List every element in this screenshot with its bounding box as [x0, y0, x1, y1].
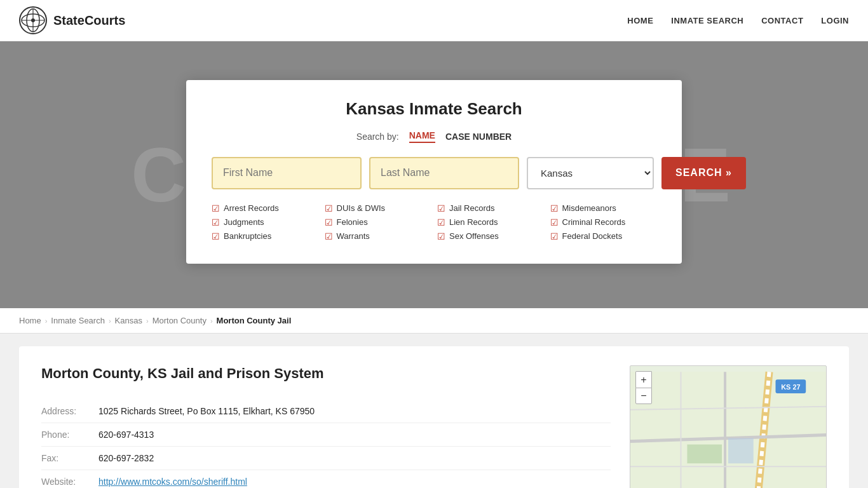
hero-section: COURTHOUSE Kansas Inmate Search Search b…	[0, 41, 868, 308]
breadcrumb-morton-county[interactable]: Morton County	[153, 316, 207, 325]
map-controls: + −	[635, 371, 652, 404]
content-area: Morton County, KS Jail and Prison System…	[0, 334, 868, 488]
check-label: Bankruptcies	[224, 231, 271, 241]
check-item: ☑Arrest Records	[212, 203, 318, 214]
breadcrumb-home[interactable]: Home	[19, 316, 41, 325]
check-label: Federal Dockets	[562, 231, 623, 241]
check-icon: ☑	[325, 203, 333, 214]
info-row-website: Website: http://www.mtcoks.com/so/sherif…	[41, 470, 611, 489]
svg-text:KS 27: KS 27	[781, 383, 800, 391]
check-icon: ☑	[437, 231, 445, 241]
last-name-input[interactable]	[369, 157, 519, 189]
search-inputs-row: Kansas Alabama Alaska Arizona Arkansas C…	[212, 157, 656, 189]
check-icon: ☑	[212, 217, 220, 227]
value-address: 1025 Richards Street, Po Box 1115, Elkha…	[98, 400, 611, 423]
label-address: Address:	[41, 400, 98, 423]
check-item: ☑Lien Records	[437, 217, 544, 227]
svg-rect-15	[728, 438, 754, 464]
check-label: DUIs & DWIs	[337, 203, 386, 213]
check-label: Judgments	[224, 217, 264, 227]
checks-grid: ☑Arrest Records☑DUIs & DWIs☑Jail Records…	[212, 203, 656, 241]
info-title: Morton County, KS Jail and Prison System	[41, 365, 611, 382]
check-icon: ☑	[550, 231, 559, 241]
check-item: ☑Federal Dockets	[550, 231, 657, 241]
map-area: + − KS 27 Elkhart	[630, 365, 827, 488]
map-zoom-out[interactable]: −	[635, 388, 652, 404]
nav-home[interactable]: HOME	[627, 16, 653, 25]
breadcrumb-inmate-search[interactable]: Inmate Search	[51, 316, 105, 325]
state-select[interactable]: Kansas Alabama Alaska Arizona Arkansas C…	[527, 157, 654, 189]
breadcrumb-sep-4: ›	[210, 317, 213, 325]
info-row-fax: Fax: 620-697-2832	[41, 447, 611, 470]
check-label: Arrest Records	[224, 203, 279, 213]
check-item: ☑Judgments	[212, 217, 318, 227]
check-label: Warrants	[337, 231, 370, 241]
nav-contact[interactable]: CONTACT	[761, 16, 803, 25]
check-item: ☑DUIs & DWIs	[325, 203, 431, 214]
check-item: ☑Felonies	[325, 217, 431, 227]
value-website[interactable]: http://www.mtcoks.com/so/sheriff.html	[98, 470, 611, 489]
label-phone: Phone:	[41, 423, 98, 447]
check-item: ☑Misdemeanors	[550, 203, 657, 214]
check-item: ☑Bankruptcies	[212, 231, 318, 241]
logo-icon	[19, 6, 47, 34]
check-icon: ☑	[437, 217, 445, 227]
check-icon: ☑	[212, 231, 220, 241]
nav-inmate-search[interactable]: INMATE SEARCH	[671, 16, 743, 25]
first-name-input[interactable]	[212, 157, 362, 189]
check-label: Sex Offenses	[449, 231, 499, 241]
info-row-address: Address: 1025 Richards Street, Po Box 11…	[41, 400, 611, 423]
breadcrumb-current: Morton County Jail	[217, 316, 292, 325]
breadcrumb-sep-3: ›	[146, 317, 149, 325]
check-label: Criminal Records	[562, 217, 626, 227]
check-label: Lien Records	[449, 217, 498, 227]
check-item: ☑Sex Offenses	[437, 231, 544, 241]
svg-rect-14	[687, 444, 722, 463]
check-icon: ☑	[212, 203, 220, 214]
info-left: Morton County, KS Jail and Prison System…	[41, 365, 611, 488]
check-label: Misdemeanors	[562, 203, 616, 213]
nav-login[interactable]: LOGIN	[821, 16, 849, 25]
breadcrumb: Home › Inmate Search › Kansas › Morton C…	[0, 308, 868, 334]
check-icon: ☑	[550, 203, 559, 214]
logo-text: StateCourts	[53, 13, 125, 28]
check-icon: ☑	[325, 231, 333, 241]
tab-case-number[interactable]: CASE NUMBER	[445, 132, 512, 142]
search-card: Kansas Inmate Search Search by: NAME CAS…	[186, 80, 682, 264]
breadcrumb-kansas[interactable]: Kansas	[115, 316, 142, 325]
card-title: Kansas Inmate Search	[212, 99, 656, 119]
info-card: Morton County, KS Jail and Prison System…	[19, 346, 849, 488]
check-icon: ☑	[325, 217, 333, 227]
site-header: StateCourts HOME INMATE SEARCH CONTACT L…	[0, 0, 868, 41]
breadcrumb-sep-1: ›	[45, 317, 48, 325]
label-website: Website:	[41, 470, 98, 489]
info-table: Address: 1025 Richards Street, Po Box 11…	[41, 400, 611, 488]
value-fax: 620-697-2832	[98, 447, 611, 470]
value-phone: 620-697-4313	[98, 423, 611, 447]
label-fax: Fax:	[41, 447, 98, 470]
website-link[interactable]: http://www.mtcoks.com/so/sheriff.html	[98, 477, 247, 487]
search-button[interactable]: SEARCH »	[661, 157, 746, 189]
info-row-phone: Phone: 620-697-4313	[41, 423, 611, 447]
check-item: ☑Jail Records	[437, 203, 544, 214]
check-item: ☑Warrants	[325, 231, 431, 241]
map-zoom-in[interactable]: +	[635, 371, 652, 388]
search-by-row: Search by: NAME CASE NUMBER	[212, 130, 656, 143]
tab-name[interactable]: NAME	[409, 130, 435, 143]
check-icon: ☑	[550, 217, 559, 227]
check-label: Jail Records	[449, 203, 495, 213]
breadcrumb-sep-2: ›	[109, 317, 111, 325]
search-by-label: Search by:	[356, 132, 399, 142]
main-nav: HOME INMATE SEARCH CONTACT LOGIN	[627, 16, 849, 25]
logo-area[interactable]: StateCourts	[19, 6, 125, 34]
check-label: Felonies	[337, 217, 368, 227]
check-icon: ☑	[437, 203, 445, 214]
map-svg: KS 27 Elkhart	[630, 366, 826, 488]
check-item: ☑Criminal Records	[550, 217, 657, 227]
